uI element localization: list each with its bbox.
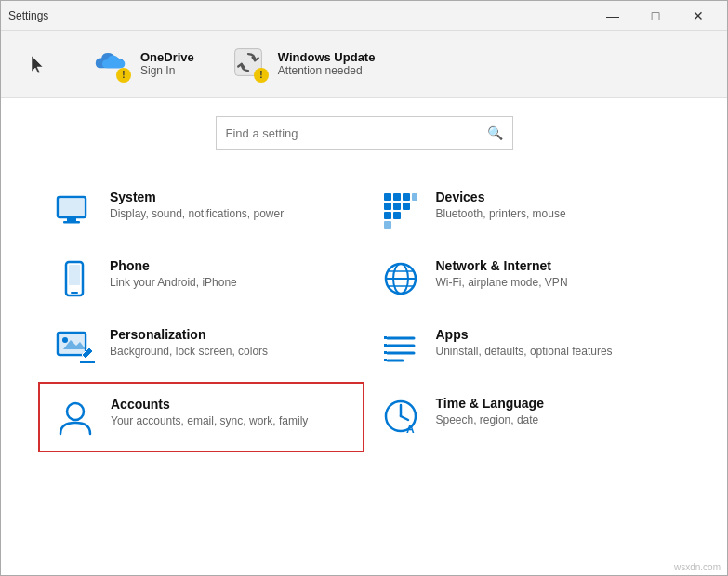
- system-sub: Display, sound, notifications, power: [110, 206, 284, 222]
- minimize-button[interactable]: —: [591, 1, 634, 31]
- system-title: System: [110, 190, 284, 204]
- svg-rect-4: [60, 199, 84, 216]
- onedrive-title: OneDrive: [140, 50, 194, 64]
- time-sub: Speech, region, date: [436, 412, 544, 428]
- svg-line-38: [401, 416, 408, 420]
- settings-grid: System Display, sound, notifications, po…: [38, 176, 690, 452]
- accounts-title: Accounts: [111, 397, 308, 412]
- windows-update-icon-wrap: !: [232, 46, 269, 83]
- svg-rect-34: [384, 359, 387, 361]
- onedrive-badge: !: [116, 68, 131, 83]
- apps-text: Apps Uninstall, defaults, optional featu…: [436, 327, 613, 360]
- search-bar[interactable]: 🔍: [216, 116, 513, 150]
- network-icon: [380, 258, 421, 299]
- apps-sub: Uninstall, defaults, optional features: [436, 344, 613, 360]
- settings-item-personalization[interactable]: Personalization Background, lock screen,…: [38, 313, 364, 382]
- settings-item-network[interactable]: Network & Internet Wi-Fi, airplane mode,…: [364, 244, 691, 313]
- watermark: wsxdn.com: [674, 562, 721, 572]
- svg-rect-16: [71, 292, 78, 294]
- windows-update-notification[interactable]: ! Windows Update Attention needed: [232, 46, 376, 83]
- devices-text: Devices Bluetooth, printers, mouse: [436, 190, 566, 222]
- title-bar: Settings — □ ✕: [1, 1, 727, 31]
- svg-rect-31: [384, 336, 387, 339]
- svg-rect-7: [403, 193, 410, 201]
- search-icon: 🔍: [487, 125, 503, 140]
- svg-rect-13: [393, 212, 401, 219]
- settings-item-phone[interactable]: Phone Link your Android, iPhone: [38, 244, 364, 313]
- close-button[interactable]: ✕: [677, 1, 720, 31]
- svg-rect-8: [412, 193, 417, 201]
- svg-rect-12: [384, 212, 391, 219]
- devices-icon: [380, 190, 421, 230]
- accounts-sub: Your accounts, email, sync, work, family: [111, 413, 308, 429]
- settings-item-apps[interactable]: Apps Uninstall, defaults, optional featu…: [364, 313, 691, 382]
- personalization-sub: Background, lock screen, colors: [110, 344, 268, 360]
- onedrive-subtitle: Sign In: [140, 64, 194, 77]
- svg-rect-3: [63, 221, 80, 224]
- personalization-text: Personalization Background, lock screen,…: [110, 327, 268, 360]
- phone-text: Phone Link your Android, iPhone: [110, 258, 237, 291]
- onedrive-icon-wrap: !: [94, 46, 131, 83]
- svg-rect-14: [384, 221, 391, 229]
- svg-rect-17: [69, 265, 80, 285]
- devices-title: Devices: [436, 190, 566, 204]
- cursor-area: [20, 46, 57, 83]
- cursor-icon: [27, 53, 49, 75]
- svg-rect-11: [403, 203, 410, 210]
- search-bar-wrap: 🔍: [38, 116, 690, 150]
- settings-item-time[interactable]: A Time & Language Speech, region, date: [364, 382, 691, 452]
- svg-rect-32: [384, 344, 387, 347]
- window-controls: — □ ✕: [591, 1, 720, 31]
- settings-item-devices[interactable]: Devices Bluetooth, printers, mouse: [364, 176, 691, 244]
- phone-title: Phone: [110, 258, 237, 273]
- svg-rect-5: [384, 193, 391, 201]
- network-sub: Wi-Fi, airplane mode, VPN: [436, 275, 568, 291]
- apps-icon: [380, 327, 421, 368]
- svg-text:A: A: [406, 423, 415, 436]
- windows-update-badge: !: [254, 68, 269, 83]
- system-icon: [54, 190, 95, 230]
- personalization-icon: [54, 327, 95, 368]
- svg-rect-9: [384, 203, 391, 210]
- time-icon: A: [380, 396, 421, 437]
- network-text: Network & Internet Wi-Fi, airplane mode,…: [436, 258, 568, 291]
- network-title: Network & Internet: [436, 258, 568, 273]
- phone-icon: [54, 258, 95, 299]
- time-text: Time & Language Speech, region, date: [436, 396, 544, 428]
- windows-update-text: Windows Update Attention needed: [278, 50, 376, 77]
- personalization-title: Personalization: [110, 327, 268, 342]
- system-text: System Display, sound, notifications, po…: [110, 190, 284, 222]
- maximize-button[interactable]: □: [634, 1, 677, 31]
- svg-rect-6: [393, 193, 401, 201]
- svg-rect-10: [393, 203, 401, 210]
- phone-sub: Link your Android, iPhone: [110, 275, 237, 291]
- svg-point-25: [62, 337, 68, 343]
- settings-item-accounts[interactable]: Accounts Your accounts, email, sync, wor…: [38, 382, 364, 452]
- accounts-text: Accounts Your accounts, email, sync, wor…: [111, 397, 308, 429]
- svg-rect-33: [384, 351, 387, 354]
- windows-update-subtitle: Attention needed: [278, 64, 376, 77]
- time-title: Time & Language: [436, 396, 544, 411]
- svg-point-35: [67, 403, 84, 420]
- apps-title: Apps: [436, 327, 613, 342]
- main-content: 🔍 System Display, sound, notifications, …: [1, 98, 727, 462]
- accounts-icon: [55, 397, 96, 438]
- devices-sub: Bluetooth, printers, mouse: [436, 206, 566, 222]
- search-input[interactable]: [226, 126, 487, 140]
- settings-item-system[interactable]: System Display, sound, notifications, po…: [38, 176, 364, 244]
- svg-rect-2: [67, 217, 76, 221]
- onedrive-text: OneDrive Sign In: [140, 50, 194, 77]
- onedrive-notification[interactable]: ! OneDrive Sign In: [94, 46, 194, 83]
- notification-banner: ! OneDrive Sign In ! Windows Update Atte…: [1, 31, 727, 98]
- windows-update-title: Windows Update: [278, 50, 376, 64]
- window-title: Settings: [8, 9, 48, 22]
